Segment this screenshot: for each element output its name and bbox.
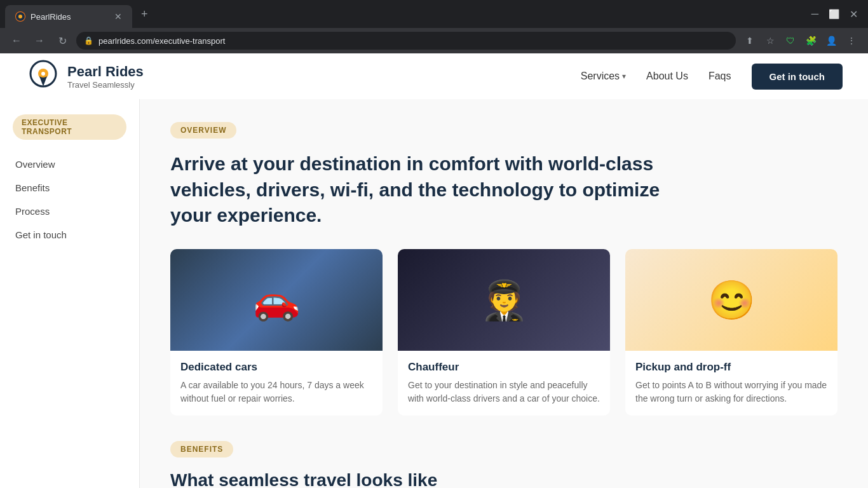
url-text: pearlrides.com/executive-transport — [98, 36, 225, 46]
sidebar-item-benefits[interactable]: Benefits — [0, 176, 139, 200]
dedicated-cars-description: A car available to you 24 hours, 7 days … — [180, 379, 372, 405]
services-chevron-icon: ▾ — [622, 72, 626, 81]
extension-shield-icon[interactable]: 🛡 — [782, 32, 799, 50]
sidebar: EXECUTIVE TRANSPORT Overview Benefits Pr… — [0, 99, 140, 488]
pickup-dropoff-description: Get to points A to B without worrying if… — [635, 379, 827, 405]
menu-icon[interactable]: ⋮ — [843, 32, 860, 50]
browser-tabs: PearlRides ✕ — [5, 0, 132, 28]
website-content: Pearl Rides Travel Seamlessly Services ▾… — [0, 53, 868, 488]
logo-svg — [25, 58, 61, 94]
bookmark-icon[interactable]: ☆ — [761, 32, 779, 50]
forward-button[interactable]: → — [31, 32, 48, 50]
svg-point-4 — [41, 72, 45, 76]
back-button[interactable]: ← — [8, 32, 25, 50]
dedicated-cars-image — [170, 249, 383, 351]
extension-puzzle-icon[interactable]: 🧩 — [802, 32, 820, 50]
tab-favicon — [15, 11, 25, 22]
tab-title: PearlRides — [31, 12, 71, 22]
chauffeur-description: Get to your destination in style and pea… — [408, 379, 600, 405]
benefits-badge: BENEFITS — [170, 441, 233, 458]
address-bar[interactable]: 🔒 pearlrides.com/executive-transport — [76, 32, 736, 50]
chauffeur-title: Chauffeur — [408, 361, 600, 374]
sidebar-item-process[interactable]: Process — [0, 200, 139, 223]
service-cards-grid: Dedicated cars A car available to you 24… — [170, 249, 837, 416]
maximize-button[interactable]: ⬜ — [829, 9, 839, 19]
profile-icon[interactable]: 👤 — [822, 32, 840, 50]
tab-close-button[interactable]: ✕ — [114, 11, 122, 22]
dedicated-cars-body: Dedicated cars A car available to you 24… — [170, 351, 383, 416]
pickup-dropoff-body: Pickup and drop-ff Get to points A to B … — [625, 351, 837, 416]
dedicated-cars-title: Dedicated cars — [180, 361, 372, 374]
hero-heading: Arrive at your destination in comfort wi… — [170, 151, 666, 229]
pickup-dropoff-image — [625, 249, 837, 351]
chauffeur-body: Chauffeur Get to your destination in sty… — [398, 351, 610, 416]
logo-tagline: Travel Seamlessly — [67, 80, 144, 90]
logo[interactable]: Pearl Rides Travel Seamlessly — [25, 58, 144, 94]
overview-badge: OVERVIEW — [170, 122, 236, 139]
lock-icon: 🔒 — [84, 36, 93, 45]
card-chauffeur: Chauffeur Get to your destination in sty… — [398, 249, 610, 416]
pickup-dropoff-title: Pickup and drop-ff — [635, 361, 827, 374]
minimize-button[interactable]: ─ — [811, 8, 818, 20]
benefits-section: BENEFITS What seamless travel looks like — [170, 441, 837, 489]
navbar: Pearl Rides Travel Seamlessly Services ▾… — [0, 53, 868, 99]
active-tab[interactable]: PearlRides ✕ — [5, 5, 132, 28]
card-pickup-dropoff: Pickup and drop-ff Get to points A to B … — [625, 249, 837, 416]
nav-services-link[interactable]: Services ▾ — [581, 71, 626, 82]
sidebar-item-get-in-touch[interactable]: Get in touch — [0, 223, 139, 247]
logo-brand-name: Pearl Rides — [67, 64, 144, 80]
share-icon[interactable]: ⬆ — [741, 32, 759, 50]
sidebar-item-overview[interactable]: Overview — [0, 152, 139, 176]
card-dedicated-cars: Dedicated cars A car available to you 24… — [170, 249, 383, 416]
logo-text: Pearl Rides Travel Seamlessly — [67, 64, 144, 90]
content-area: OVERVIEW Arrive at your destination in c… — [140, 99, 868, 488]
nav-cta-button[interactable]: Get in touch — [752, 64, 843, 90]
svg-point-1 — [18, 15, 22, 18]
browser-title-bar: PearlRides ✕ + ─ ⬜ ✕ — [0, 0, 868, 28]
sidebar-section-badge: EXECUTIVE TRANSPORT — [13, 114, 126, 140]
chauffeur-image — [398, 249, 610, 351]
main-content: EXECUTIVE TRANSPORT Overview Benefits Pr… — [0, 99, 868, 488]
nav-faqs-link[interactable]: Faqs — [709, 71, 731, 82]
refresh-button[interactable]: ↻ — [53, 32, 71, 50]
benefits-heading: What seamless travel looks like — [170, 470, 837, 489]
close-button[interactable]: ✕ — [850, 8, 858, 20]
browser-extension-actions: ⬆ ☆ 🛡 🧩 👤 ⋮ — [741, 32, 860, 50]
browser-toolbar: ← → ↻ 🔒 pearlrides.com/executive-transpo… — [0, 28, 868, 53]
nav-about-link[interactable]: About Us — [646, 71, 688, 82]
new-tab-button[interactable]: + — [141, 8, 148, 21]
nav-links: Services ▾ About Us Faqs Get in touch — [581, 64, 843, 90]
